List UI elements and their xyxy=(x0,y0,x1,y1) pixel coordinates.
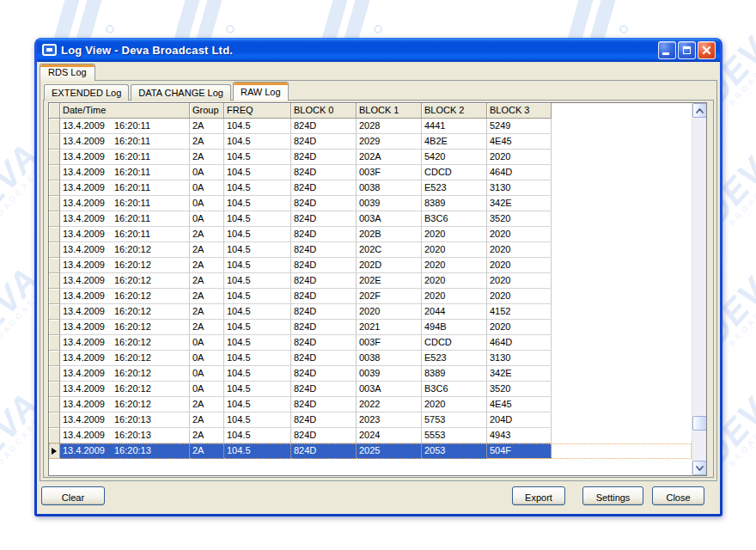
cell-freq[interactable]: 104.5 xyxy=(224,242,291,258)
cell-freq[interactable]: 104.5 xyxy=(224,289,291,304)
cell-freq[interactable]: 104.5 xyxy=(224,397,291,412)
vertical-scrollbar[interactable] xyxy=(692,103,706,475)
table-row[interactable]: 13.4.200916:20:120A104.5824D0038E5233130 xyxy=(49,351,692,366)
cell-block2[interactable]: 2020 xyxy=(422,242,487,258)
cell-block3[interactable]: 342E xyxy=(487,366,552,382)
cell-datetime[interactable]: 13.4.200916:20:12 xyxy=(60,289,190,304)
cell-freq[interactable]: 104.5 xyxy=(224,119,291,134)
cell-block3[interactable]: 3520 xyxy=(487,382,552,397)
cell-block3[interactable]: 464D xyxy=(487,335,552,351)
cell-datetime[interactable]: 13.4.200916:20:12 xyxy=(60,242,190,258)
export-button[interactable]: Export xyxy=(512,486,565,505)
table-row[interactable]: 13.4.200916:20:112A104.5824D202A54202020 xyxy=(49,150,692,165)
cell-block1[interactable]: 003A xyxy=(357,382,422,397)
cell-group[interactable]: 0A xyxy=(190,335,224,351)
cell-datetime[interactable]: 13.4.200916:20:11 xyxy=(60,227,190,242)
cell-freq[interactable]: 104.5 xyxy=(224,165,291,180)
cell-freq[interactable]: 104.5 xyxy=(224,366,291,382)
cell-block0[interactable]: 824D xyxy=(291,119,357,134)
cell-group[interactable]: 2A xyxy=(190,412,224,428)
cell-block1[interactable]: 202D xyxy=(357,258,422,273)
table-row[interactable]: 13.4.200916:20:132A104.5824D20252053504F xyxy=(49,443,692,459)
cell-datetime[interactable]: 13.4.200916:20:12 xyxy=(60,397,190,412)
cell-group[interactable]: 2A xyxy=(190,242,224,258)
cell-block2[interactable]: CDCD xyxy=(422,335,487,351)
cell-block3[interactable]: 2020 xyxy=(487,258,552,273)
cell-group[interactable]: 2A xyxy=(190,134,224,150)
cell-datetime[interactable]: 13.4.200916:20:13 xyxy=(60,443,190,459)
table-row[interactable]: 13.4.200916:20:110A104.5824D003FCDCD464D xyxy=(49,165,692,180)
cell-block0[interactable]: 824D xyxy=(291,180,357,196)
column-header[interactable]: BLOCK 1 xyxy=(357,103,422,119)
cell-block2[interactable]: 2020 xyxy=(422,227,487,242)
cell-freq[interactable]: 104.5 xyxy=(224,335,291,351)
cell-block3[interactable]: 504F xyxy=(487,443,552,459)
cell-block1[interactable]: 202F xyxy=(357,289,422,304)
cell-block0[interactable]: 824D xyxy=(291,304,357,320)
cell-block0[interactable]: 824D xyxy=(291,211,357,227)
cell-block1[interactable]: 0039 xyxy=(357,366,422,382)
table-row[interactable]: 13.4.200916:20:122A104.5824D202C20202020 xyxy=(49,242,692,258)
cell-block2[interactable]: B3C6 xyxy=(422,211,487,227)
cell-block1[interactable]: 0039 xyxy=(357,196,422,211)
cell-block0[interactable]: 824D xyxy=(291,134,357,150)
cell-freq[interactable]: 104.5 xyxy=(224,273,291,289)
cell-freq[interactable]: 104.5 xyxy=(224,150,291,165)
cell-group[interactable]: 0A xyxy=(190,351,224,366)
table-row[interactable]: 13.4.200916:20:122A104.5824D202220204E45 xyxy=(49,397,692,412)
cell-block1[interactable]: 2023 xyxy=(357,412,422,428)
cell-group[interactable]: 2A xyxy=(190,428,224,443)
table-row[interactable]: 13.4.200916:20:110A104.5824D003AB3C63520 xyxy=(49,211,692,227)
cell-block2[interactable]: 2020 xyxy=(422,289,487,304)
cell-freq[interactable]: 104.5 xyxy=(224,412,291,428)
cell-datetime[interactable]: 13.4.200916:20:13 xyxy=(60,428,190,443)
cell-block1[interactable]: 202E xyxy=(357,273,422,289)
cell-group[interactable]: 2A xyxy=(190,119,224,134)
table-row[interactable]: 13.4.200916:20:120A104.5824D00398389342E xyxy=(49,366,692,382)
cell-block3[interactable]: 464D xyxy=(487,165,552,180)
cell-block2[interactable]: 2044 xyxy=(422,304,487,320)
cell-block2[interactable]: 494B xyxy=(422,320,487,335)
cell-block1[interactable]: 2025 xyxy=(357,443,422,459)
cell-block0[interactable]: 824D xyxy=(291,335,357,351)
tab-extended-log[interactable]: EXTENDED Log xyxy=(44,84,129,101)
cell-block1[interactable]: 2029 xyxy=(357,134,422,150)
cell-block2[interactable]: 5420 xyxy=(422,150,487,165)
table-row[interactable]: 13.4.200916:20:120A104.5824D003AB3C63520 xyxy=(49,382,692,397)
cell-block3[interactable]: 3130 xyxy=(487,351,552,366)
cell-freq[interactable]: 104.5 xyxy=(224,382,291,397)
cell-block2[interactable]: 2020 xyxy=(422,258,487,273)
table-row[interactable]: 13.4.200916:20:110A104.5824D00398389342E xyxy=(49,196,692,211)
cell-block2[interactable]: CDCD xyxy=(422,165,487,180)
cell-block3[interactable]: 2020 xyxy=(487,227,552,242)
minimize-button[interactable] xyxy=(658,41,676,59)
cell-block2[interactable]: 4441 xyxy=(422,119,487,134)
settings-button[interactable]: Settings xyxy=(582,486,643,505)
cell-block1[interactable]: 202A xyxy=(357,150,422,165)
cell-datetime[interactable]: 13.4.200916:20:11 xyxy=(60,196,190,211)
cell-block0[interactable]: 824D xyxy=(291,289,357,304)
cell-group[interactable]: 2A xyxy=(190,150,224,165)
cell-datetime[interactable]: 13.4.200916:20:11 xyxy=(60,119,190,134)
table-row[interactable]: 13.4.200916:20:112A104.5824D202844415249 xyxy=(49,119,692,134)
cell-freq[interactable]: 104.5 xyxy=(224,227,291,242)
cell-group[interactable]: 2A xyxy=(190,227,224,242)
cell-block3[interactable]: 4152 xyxy=(487,304,552,320)
tab-data-change-log[interactable]: DATA CHANGE Log xyxy=(131,84,231,101)
cell-freq[interactable]: 104.5 xyxy=(224,320,291,335)
cell-block2[interactable]: 8389 xyxy=(422,196,487,211)
table-row[interactable]: 13.4.200916:20:122A104.5824D202E20202020 xyxy=(49,273,692,289)
cell-datetime[interactable]: 13.4.200916:20:12 xyxy=(60,304,190,320)
cell-group[interactable]: 0A xyxy=(190,366,224,382)
table-row[interactable]: 13.4.200916:20:122A104.5824D202D20202020 xyxy=(49,258,692,273)
table-row[interactable]: 13.4.200916:20:122A104.5824D2021494B2020 xyxy=(49,320,692,335)
cell-block3[interactable]: 2020 xyxy=(487,273,552,289)
column-header[interactable]: BLOCK 0 xyxy=(291,103,357,119)
cell-block0[interactable]: 824D xyxy=(291,428,357,443)
cell-block1[interactable]: 202B xyxy=(357,227,422,242)
cell-block3[interactable]: 204D xyxy=(487,412,552,428)
column-header[interactable]: BLOCK 2 xyxy=(422,103,487,119)
column-header[interactable]: Group xyxy=(190,103,224,119)
cell-block1[interactable]: 0038 xyxy=(357,351,422,366)
cell-block0[interactable]: 824D xyxy=(291,196,357,211)
